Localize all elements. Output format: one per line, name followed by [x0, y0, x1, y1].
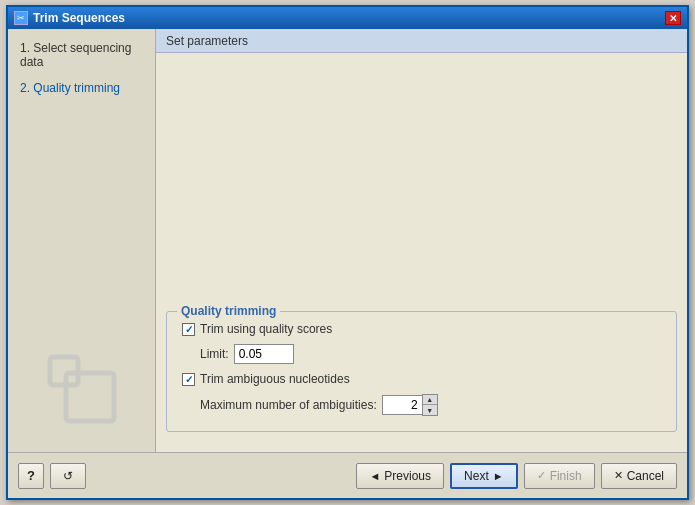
main-window: ✂ Trim Sequences ✕ 1. Select sequencing … — [6, 5, 689, 500]
next-icon: ► — [493, 470, 504, 482]
title-bar: ✂ Trim Sequences ✕ — [8, 7, 687, 29]
sidebar-watermark — [42, 349, 122, 432]
cancel-label: Cancel — [627, 469, 664, 483]
quality-trimming-group: Quality trimming Trim using quality scor… — [166, 311, 677, 432]
group-legend: Quality trimming — [177, 304, 280, 318]
content-area: 1. Select sequencing data 2. Quality tri… — [8, 29, 687, 452]
previous-label: Previous — [384, 469, 431, 483]
trim-quality-checkbox[interactable] — [182, 323, 195, 336]
footer-right: ◄ Previous Next ► ✓ Finish ✕ Cancel — [356, 463, 677, 489]
footer-left: ? ↺ — [18, 463, 86, 489]
max-ambiguities-row: Maximum number of ambiguities: ▲ ▼ — [182, 394, 661, 416]
max-ambiguities-input[interactable] — [382, 395, 422, 415]
limit-input[interactable] — [234, 344, 294, 364]
limit-label: Limit: — [200, 347, 229, 361]
sidebar-item-0[interactable]: 1. Select sequencing data — [16, 39, 147, 71]
trim-ambiguous-label: Trim ambiguous nucleotides — [200, 372, 350, 386]
finish-icon: ✓ — [537, 469, 546, 482]
limit-row: Limit: — [182, 344, 661, 364]
finish-button[interactable]: ✓ Finish — [524, 463, 595, 489]
panel-body: Quality trimming Trim using quality scor… — [156, 53, 687, 452]
trim-ambiguous-checkbox[interactable] — [182, 373, 195, 386]
title-bar-left: ✂ Trim Sequences — [14, 11, 125, 25]
help-button[interactable]: ? — [18, 463, 44, 489]
reset-button[interactable]: ↺ — [50, 463, 86, 489]
trim-quality-row: Trim using quality scores — [182, 322, 661, 336]
sidebar: 1. Select sequencing data 2. Quality tri… — [8, 29, 156, 452]
ambiguities-spinner: ▲ ▼ — [382, 394, 438, 416]
svg-rect-1 — [66, 373, 114, 421]
footer: ? ↺ ◄ Previous Next ► ✓ Finish ✕ Cancel — [8, 452, 687, 498]
previous-button[interactable]: ◄ Previous — [356, 463, 444, 489]
trim-quality-label: Trim using quality scores — [200, 322, 332, 336]
close-button[interactable]: ✕ — [665, 11, 681, 25]
prev-icon: ◄ — [369, 470, 380, 482]
spinner-down-button[interactable]: ▼ — [423, 405, 437, 415]
panel-header: Set parameters — [156, 29, 687, 53]
sidebar-item-1[interactable]: 2. Quality trimming — [16, 79, 147, 97]
spinner-buttons: ▲ ▼ — [422, 394, 438, 416]
window-icon: ✂ — [14, 11, 28, 25]
spinner-up-button[interactable]: ▲ — [423, 395, 437, 405]
panel-title: Set parameters — [166, 34, 248, 48]
reset-icon: ↺ — [63, 469, 73, 483]
cancel-icon: ✕ — [614, 469, 623, 482]
finish-label: Finish — [550, 469, 582, 483]
main-panel: Set parameters Quality trimming Trim usi… — [156, 29, 687, 452]
trim-ambiguous-row: Trim ambiguous nucleotides — [182, 372, 661, 386]
next-label: Next — [464, 469, 489, 483]
next-button[interactable]: Next ► — [450, 463, 518, 489]
cancel-button[interactable]: ✕ Cancel — [601, 463, 677, 489]
max-ambiguities-label: Maximum number of ambiguities: — [200, 398, 377, 412]
window-title: Trim Sequences — [33, 11, 125, 25]
